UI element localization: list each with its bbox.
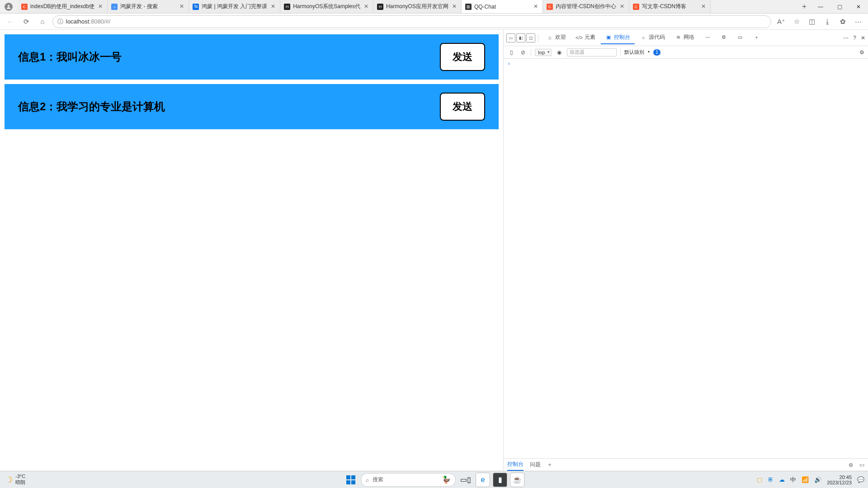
taskbar-clock[interactable]: 20:45 2023/12/23 (827, 474, 852, 485)
console-output[interactable]: › (504, 59, 868, 458)
tab-close-icon[interactable]: ✕ (700, 4, 707, 10)
collections-icon[interactable]: ✿ (836, 15, 849, 28)
drawer-tab-console[interactable]: 控制台 (507, 459, 524, 471)
refresh-button[interactable]: ⟳ (20, 15, 33, 28)
back-button[interactable]: ← (4, 15, 16, 28)
send-button[interactable]: 发送 (440, 43, 485, 71)
maximize-button[interactable]: ▢ (830, 0, 849, 13)
task-view-button[interactable]: ▭▯ (458, 473, 473, 487)
filter-input[interactable]: 筛选器 (567, 48, 617, 56)
message-card: 信息2：我学习的专业是计算机发送 (5, 84, 499, 129)
taskbar-java[interactable]: ☕ (510, 473, 524, 487)
toggle-sidebar-icon[interactable]: ▯ (507, 48, 515, 56)
taskbar-edge[interactable]: e (476, 473, 490, 487)
split-screen-icon[interactable]: ◫ (806, 15, 818, 28)
tab-application[interactable]: ⚙ (716, 32, 731, 44)
svg-point-0 (8, 5, 9, 7)
start-button[interactable] (344, 473, 358, 487)
url-input[interactable]: ⓘ localhost:8080/#/ (52, 15, 771, 28)
tray-onedrive-icon[interactable]: ☁ (779, 476, 785, 483)
issues-badge[interactable]: 1 (653, 49, 660, 56)
tab-favicon: H (284, 4, 290, 10)
send-button[interactable]: 发送 (440, 93, 485, 121)
new-tab-button[interactable]: ＋ (797, 2, 811, 11)
profile-button[interactable] (2, 2, 15, 12)
tab-close-icon[interactable]: ✕ (97, 4, 104, 10)
gear-icon: ⚙ (721, 34, 727, 41)
tray-volume-icon[interactable]: 🔊 (814, 476, 821, 483)
browser-tab[interactable]: ⌕鸿蒙开发 - 搜索✕ (108, 0, 189, 13)
windows-taskbar: ☽ -3°C 晴朗 ⌕ 搜索 🦆 ▭▯ e ▮ ☕ ▢ ⛨ ☁ 中 📶 🔊 20… (0, 471, 868, 488)
browser-tab[interactable]: ⊞QQ-Chat✕ (462, 0, 543, 13)
log-level-selector[interactable]: 默认级别 (624, 49, 650, 56)
tab-add[interactable]: ＋ (749, 32, 764, 44)
tab-sources[interactable]: ⟐源代码 (636, 32, 670, 44)
dock-side-1-icon[interactable]: ▭ (506, 33, 515, 42)
tab-favicon: C (547, 4, 553, 10)
devtools-close-icon[interactable]: ✕ (861, 35, 865, 41)
tab-favicon: 知 (193, 4, 199, 10)
live-expr-icon[interactable]: ◉ (555, 48, 563, 56)
tab-elements[interactable]: </>元素 (571, 32, 600, 44)
home-button[interactable]: ⌂ (36, 15, 49, 28)
favorite-icon[interactable]: ☆ (790, 15, 803, 28)
browser-tab[interactable]: C写文章-CSDN博客✕ (629, 0, 711, 13)
tab-close-icon[interactable]: ✕ (179, 4, 185, 10)
taskbar-search[interactable]: ⌕ 搜索 🦆 (361, 473, 456, 487)
tab-close-icon[interactable]: ✕ (451, 4, 458, 10)
console-toolbar: ▯ ⊘ top ◉ 筛选器 默认级别 1 ⚙ (504, 46, 868, 59)
tab-favicon: C (21, 4, 28, 10)
drawer-errors-icon[interactable]: ⊜ (849, 462, 853, 468)
console-settings-icon[interactable]: ⚙ (859, 49, 864, 56)
tab-performance[interactable]: 〰 (700, 32, 715, 44)
dock-side-3-icon[interactable]: ◫ (526, 33, 535, 42)
context-selector[interactable]: top (535, 49, 552, 56)
close-window-button[interactable]: ✕ (849, 0, 868, 13)
devtools-more-icon[interactable]: ⋯ (843, 35, 849, 41)
tray-wifi-icon[interactable]: 📶 (802, 476, 809, 483)
tab-close-icon[interactable]: ✕ (363, 4, 369, 10)
browser-tab[interactable]: C内容管理-CSDN创作中心✕ (543, 0, 629, 13)
browser-titlebar: CindexDB的使用_indexdb使✕⌕鸿蒙开发 - 搜索✕知鸿蒙 | 鸿蒙… (0, 0, 868, 14)
browser-tab[interactable]: CindexDB的使用_indexdb使✕ (18, 0, 108, 13)
devtools-tabbar: ▭ ◧ ◫ ⌂欢迎 </>元素 ▣控制台 ⟐源代码 ≋网络 〰 ⚙ ▭ ＋ ⋯ … (504, 30, 868, 46)
browser-tab[interactable]: HHarmonyOS系统Samples代✕ (280, 0, 373, 13)
drawer-tab-add[interactable]: ＋ (547, 459, 552, 471)
memory-icon: ▭ (737, 34, 743, 41)
tab-memory[interactable]: ▭ (732, 32, 748, 44)
browser-tab[interactable]: HHarmonyOS应用开发官网✕ (373, 0, 462, 13)
tab-title: HarmonyOS应用开发官网 (386, 3, 448, 10)
perf-icon: 〰 (704, 34, 711, 41)
tab-close-icon[interactable]: ✕ (270, 4, 276, 10)
devtools-panel: ▭ ◧ ◫ ⌂欢迎 </>元素 ▣控制台 ⟐源代码 ≋网络 〰 ⚙ ▭ ＋ ⋯ … (503, 30, 868, 471)
drawer-collapse-icon[interactable]: ▭ (859, 462, 864, 468)
tray-ime[interactable]: 中 (790, 476, 796, 484)
more-icon[interactable]: ⋯ (852, 15, 864, 28)
downloads-icon[interactable]: ⭳ (821, 15, 834, 28)
dock-side-2-icon[interactable]: ◧ (516, 33, 525, 42)
tab-strip: CindexDB的使用_indexdb使✕⌕鸿蒙开发 - 搜索✕知鸿蒙 | 鸿蒙… (18, 0, 797, 13)
drawer-tab-issues[interactable]: 问题 (530, 459, 541, 471)
tab-title: 写文章-CSDN博客 (642, 3, 698, 10)
tab-welcome[interactable]: ⌂欢迎 (542, 32, 571, 44)
taskbar-ide[interactable]: ▮ (493, 473, 507, 487)
read-aloud-icon[interactable]: A⁺ (775, 15, 788, 28)
page-viewport: 信息1：我叫冰冰一号发送信息2：我学习的专业是计算机发送 (0, 30, 503, 471)
weather-desc: 晴朗 (15, 479, 25, 486)
tab-close-icon[interactable]: ✕ (533, 4, 539, 10)
tray-notifications-icon[interactable]: 💬 (857, 476, 864, 483)
tab-favicon: C (633, 4, 639, 10)
devtools-drawer-tabs: 控制台 问题 ＋ ⊜ ▭ (504, 458, 868, 471)
devtools-help-icon[interactable]: ? (853, 35, 856, 41)
weather-widget[interactable]: ☽ -3°C 晴朗 (0, 474, 25, 486)
tray-app-icon[interactable]: ▢ (757, 476, 762, 483)
tab-close-icon[interactable]: ✕ (619, 4, 625, 10)
minimize-button[interactable]: — (811, 0, 830, 13)
clear-console-icon[interactable]: ⊘ (519, 48, 527, 56)
browser-tab[interactable]: 知鸿蒙 | 鸿蒙开发 入门完整课✕ (189, 0, 280, 13)
tab-favicon: H (377, 4, 383, 10)
console-prompt-icon: › (507, 61, 510, 67)
tab-network[interactable]: ≋网络 (670, 32, 699, 44)
tray-security-icon[interactable]: ⛨ (768, 476, 774, 483)
tab-console[interactable]: ▣控制台 (601, 32, 635, 44)
